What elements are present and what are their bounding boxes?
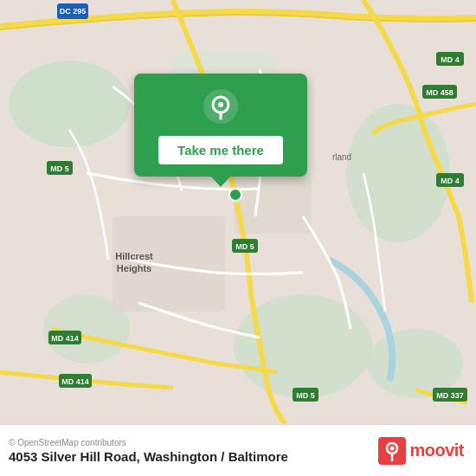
take-me-there-button[interactable]: Take me there [158,136,283,164]
svg-text:MD 4: MD 4 [441,55,460,64]
svg-text:MD 414: MD 414 [51,334,79,343]
map-container: DC 295 MD 4 MD 458 MD 4 MD 5 MD 337 MD 4… [0,0,476,424]
svg-text:MD 458: MD 458 [426,88,453,97]
copyright-text: © OpenStreetMap contributors [9,438,288,447]
svg-text:DC 295: DC 295 [60,7,87,16]
svg-point-1 [9,61,130,147]
bottom-left-info: © OpenStreetMap contributors 4053 Silver… [9,438,288,464]
moovit-logo: moovit [378,437,464,465]
svg-rect-8 [234,173,312,234]
svg-text:MD 337: MD 337 [436,391,464,400]
svg-point-37 [218,102,223,107]
svg-text:Hillcrest: Hillcrest [115,251,153,261]
svg-point-2 [346,104,450,242]
map-background: DC 295 MD 4 MD 458 MD 4 MD 5 MD 337 MD 4… [0,0,476,424]
address-text: 4053 Silver Hill Road, Washington / Balt… [9,449,288,464]
popup-card: Take me there [134,74,307,177]
svg-text:MD 4: MD 4 [441,177,460,185]
location-pin-icon [202,87,240,125]
svg-text:MD 5: MD 5 [235,242,254,251]
svg-point-40 [390,446,395,450]
svg-text:Heights: Heights [117,263,151,273]
moovit-logo-icon [378,437,406,465]
svg-text:MD 5: MD 5 [296,391,315,400]
svg-text:MD 5: MD 5 [50,164,69,173]
svg-point-34 [229,189,241,201]
bottom-bar: © OpenStreetMap contributors 4053 Silver… [0,424,476,476]
moovit-brand-text: moovit [409,441,464,460]
svg-text:rland: rland [332,152,351,162]
svg-text:MD 414: MD 414 [61,377,89,386]
